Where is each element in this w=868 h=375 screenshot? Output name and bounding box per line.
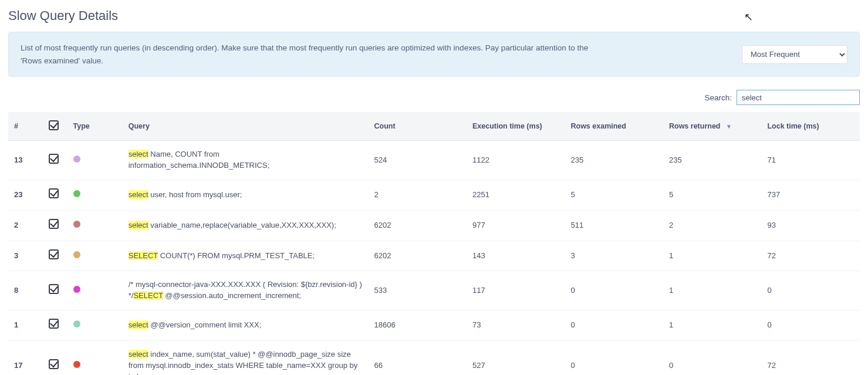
col-count[interactable]: Count [368,112,467,141]
row-exec: 1122 [467,141,565,180]
row-index: 2 [8,210,43,241]
page-title: Slow Query Details [8,8,860,23]
type-dot-icon [73,221,80,228]
info-banner: List of most frequently run queries (in … [8,32,860,77]
row-lock: 0 [761,271,860,310]
row-count: 66 [368,340,467,375]
row-checkbox-cell [43,241,67,271]
table-row[interactable]: 1select @@version_comment limit XXX;1860… [8,310,860,341]
row-query: select user, host from mysql.user; [123,180,369,210]
type-dot-icon [73,251,80,258]
row-type-cell [67,141,123,180]
row-exec: 143 [467,241,565,271]
row-checkbox-cell [43,340,67,375]
row-rows-ex: 235 [565,141,663,180]
type-dot-icon [73,286,80,293]
col-lock[interactable]: Lock time (ms) [761,112,860,141]
row-rows-ex: 5 [565,180,663,210]
col-rows-ret-label: Rows returned [669,122,721,130]
type-dot-icon [73,361,80,368]
table-row[interactable]: 3SELECT COUNT(*) FROM mysql.PRM_TEST_TAB… [8,241,860,271]
table-row[interactable]: 23select user, host from mysql.user;2225… [8,180,860,210]
row-checkbox[interactable] [49,154,59,164]
sort-desc-icon: ▼ [726,123,732,130]
row-checkbox-cell [43,210,67,241]
type-dot-icon [73,190,80,197]
info-text: List of most frequently run queries (in … [21,42,596,67]
row-type-cell [67,310,123,341]
table-row[interactable]: 8/* mysql-connector-java-XXX.XXX.XXX ( R… [8,271,860,310]
row-type-cell [67,210,123,241]
table-row[interactable]: 13select Name, COUNT from information_sc… [8,141,860,180]
row-index: 3 [8,241,43,271]
row-checkbox-cell [43,310,67,341]
row-index: 23 [8,180,43,210]
row-checkbox[interactable] [49,219,59,229]
row-checkbox-cell [43,271,67,310]
row-count: 2 [368,180,467,210]
row-checkbox[interactable] [49,359,59,369]
row-lock: 0 [761,310,860,341]
row-query: select @@version_comment limit XXX; [123,310,369,341]
type-dot-icon [73,156,80,163]
row-type-cell [67,241,123,271]
select-all-checkbox[interactable] [49,120,59,130]
row-rows-ex: 3 [565,241,663,271]
col-rows-ret[interactable]: Rows returned ▼ [663,112,762,141]
row-rows-ret: 5 [663,180,762,210]
row-exec: 977 [467,210,565,241]
col-checkbox[interactable] [43,112,67,141]
row-query: /* mysql-connector-java-XXX.XXX.XXX ( Re… [123,271,369,310]
row-rows-ret: 1 [663,241,762,271]
row-query: SELECT COUNT(*) FROM mysql.PRM_TEST_TABL… [123,241,369,271]
row-lock: 71 [761,141,860,180]
row-query: select index_name, sum(stat_value) * @@i… [123,340,369,375]
table-header-row: # Type Query Count Execution time (ms) R… [8,112,860,141]
row-query: select variable_name,replace(variable_va… [123,210,369,241]
row-rows-ex: 511 [565,210,663,241]
row-checkbox-cell [43,180,67,210]
query-table: # Type Query Count Execution time (ms) R… [8,112,860,375]
search-row: Search: [8,90,860,105]
row-rows-ex: 0 [565,310,663,341]
row-query: select Name, COUNT from information_sche… [123,141,369,180]
row-checkbox[interactable] [49,319,59,329]
row-index: 1 [8,310,43,341]
row-count: 533 [368,271,467,310]
row-lock: 72 [761,241,860,271]
row-rows-ret: 2 [663,210,762,241]
row-exec: 2251 [467,180,565,210]
row-exec: 73 [467,310,565,341]
row-checkbox[interactable] [49,284,59,294]
row-exec: 527 [467,340,565,375]
row-lock: 737 [761,180,860,210]
row-count: 18606 [368,310,467,341]
row-type-cell [67,340,123,375]
row-lock: 93 [761,210,860,241]
row-checkbox[interactable] [49,249,59,259]
col-query[interactable]: Query [123,112,369,141]
row-rows-ret: 1 [663,310,762,341]
row-count: 6202 [368,241,467,271]
row-lock: 72 [761,340,860,375]
row-type-cell [67,271,123,310]
col-type[interactable]: Type [67,112,123,141]
table-row[interactable]: 2select variable_name,replace(variable_v… [8,210,860,241]
table-row[interactable]: 17select index_name, sum(stat_value) * @… [8,340,860,375]
col-idx[interactable]: # [8,112,43,141]
sort-select[interactable]: Most Frequent [742,45,847,64]
row-index: 13 [8,141,43,180]
col-rows-ex[interactable]: Rows examined [565,112,663,141]
row-rows-ret: 1 [663,271,762,310]
search-input[interactable] [737,90,860,105]
row-count: 524 [368,141,467,180]
col-exec[interactable]: Execution time (ms) [467,112,565,141]
row-type-cell [67,180,123,210]
row-rows-ret: 235 [663,141,762,180]
row-index: 8 [8,271,43,310]
row-checkbox-cell [43,141,67,180]
row-rows-ret: 0 [663,340,762,375]
row-exec: 117 [467,271,565,310]
row-checkbox[interactable] [49,188,59,198]
search-label: Search: [704,93,732,102]
